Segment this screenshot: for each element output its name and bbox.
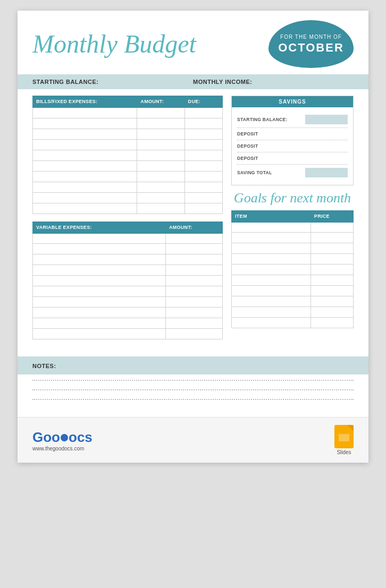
footer-right: Slides: [334, 425, 354, 455]
goals-cell-price: [311, 222, 353, 233]
variable-row: [33, 329, 223, 339]
bills-cell-amount: [137, 192, 184, 203]
bills-col-header-3: DUE:: [184, 96, 222, 108]
bills-cell-due: [184, 150, 222, 160]
goals-cell-price: [311, 243, 353, 254]
bills-cell-name: [33, 129, 137, 139]
page-wrapper: Monthly Budget FOR THE MONTH OF OCTOBER …: [18, 11, 368, 463]
goals-cell-price: [311, 286, 353, 296]
savings-value-0: [305, 115, 348, 124]
goals-row: [232, 296, 354, 307]
goals-cell-item: [232, 296, 311, 307]
bills-row: [33, 171, 223, 182]
brand-goo: Goo: [32, 429, 60, 445]
month-badge: FOR THE MONTH OF OCTOBER: [268, 20, 354, 68]
variable-cell-name: [33, 308, 166, 318]
notes-lines: [18, 374, 368, 417]
monthly-income-label: MONTHLY INCOME:: [193, 79, 354, 85]
variable-cell-name: [33, 244, 166, 254]
goals-cell-price: [311, 254, 353, 265]
bills-row: [33, 203, 223, 214]
bills-cell-amount: [137, 118, 184, 129]
savings-label-2: DEPOSIT: [237, 143, 258, 149]
goals-row: [232, 254, 354, 265]
header: Monthly Budget FOR THE MONTH OF OCTOBER: [18, 11, 368, 74]
balance-row: STARTING BALANCE: MONTHLY INCOME:: [18, 74, 368, 89]
variable-row: [33, 276, 223, 286]
bills-cell-name: [33, 150, 137, 160]
variable-cell-amount: [165, 297, 222, 308]
goals-cell-item: [232, 265, 311, 275]
notes-line-2: [32, 389, 354, 390]
badge-line2: OCTOBER: [278, 41, 344, 55]
variable-row: [33, 265, 223, 276]
bills-cell-due: [184, 107, 222, 118]
bills-cell-due: [184, 182, 222, 192]
variable-cell-name: [33, 276, 166, 286]
goals-cell-price: [311, 318, 353, 328]
bills-col-header-1: BILLS/FIXED EXPENSES:: [33, 96, 137, 108]
goals-cell-price: [311, 275, 353, 286]
bills-cell-name: [33, 171, 137, 182]
goals-cell-item: [232, 318, 311, 328]
bills-cell-name: [33, 203, 137, 214]
bills-cell-due: [184, 203, 222, 214]
goals-row: [232, 233, 354, 243]
bills-cell-name: [33, 139, 137, 150]
savings-row-2: DEPOSIT: [237, 140, 348, 152]
goals-cell-price: [311, 307, 353, 318]
brand-docs: ocs: [69, 429, 93, 445]
savings-title: SAVINGS: [232, 96, 353, 107]
slides-icon-inner: [339, 434, 349, 441]
bills-cell-amount: [137, 150, 184, 160]
variable-row: [33, 233, 223, 244]
bills-cell-due: [184, 171, 222, 182]
starting-balance-label: STARTING BALANCE:: [32, 79, 193, 85]
variable-cell-name: [33, 329, 166, 339]
variable-row: [33, 297, 223, 308]
savings-total-row: SAVING TOTAL: [237, 165, 348, 181]
variable-cell-amount: [165, 329, 222, 339]
right-column: SAVINGS STARTING BALANCE: DEPOSIT DEPOSI…: [231, 96, 354, 347]
variable-cell-name: [33, 233, 166, 244]
bills-cell-name: [33, 118, 137, 129]
bills-cell-amount: [137, 107, 184, 118]
goals-title: Goals for next month: [231, 191, 354, 206]
left-column: BILLS/FIXED EXPENSES: AMOUNT: DUE:: [32, 96, 223, 347]
goals-row: [232, 307, 354, 318]
bills-cell-name: [33, 192, 137, 203]
savings-total-value: [305, 168, 348, 177]
bills-cell-amount: [137, 129, 184, 139]
slides-label: Slides: [337, 449, 351, 455]
variable-cell-name: [33, 254, 166, 265]
badge-line1: FOR THE MONTH OF: [280, 34, 342, 40]
goals-cell-item: [232, 243, 311, 254]
notes-label: NOTES:: [32, 363, 56, 369]
variable-row: [33, 308, 223, 318]
bills-col-header-2: AMOUNT:: [137, 96, 184, 108]
brand-url: www.thegoodocs.com: [32, 446, 93, 451]
notes-line-3: [32, 399, 354, 400]
bills-row: [33, 160, 223, 171]
goals-row: [232, 318, 354, 328]
bills-cell-due: [184, 118, 222, 129]
variable-row: [33, 286, 223, 297]
bills-row: [33, 118, 223, 129]
variable-col-header-1: VARIABLE EXPENSES:: [33, 221, 166, 233]
footer-brand: Gooocs www.thegoodocs.com: [32, 429, 93, 451]
savings-row-1: DEPOSIT: [237, 128, 348, 140]
goals-cell-item: [232, 286, 311, 296]
goals-cell-item: [232, 222, 311, 233]
goals-table: ITEM PRICE: [231, 210, 354, 329]
savings-row-0: STARTING BALANCE:: [237, 112, 348, 128]
goals-row: [232, 243, 354, 254]
goals-col-header-2: PRICE: [311, 210, 353, 222]
variable-cell-amount: [165, 265, 222, 276]
bills-cell-amount: [137, 203, 184, 214]
bills-cell-name: [33, 160, 137, 171]
savings-label-3: DEPOSIT: [237, 156, 258, 161]
bills-cell-name: [33, 182, 137, 192]
bills-row: [33, 107, 223, 118]
goals-cell-item: [232, 275, 311, 286]
bills-cell-amount: [137, 160, 184, 171]
